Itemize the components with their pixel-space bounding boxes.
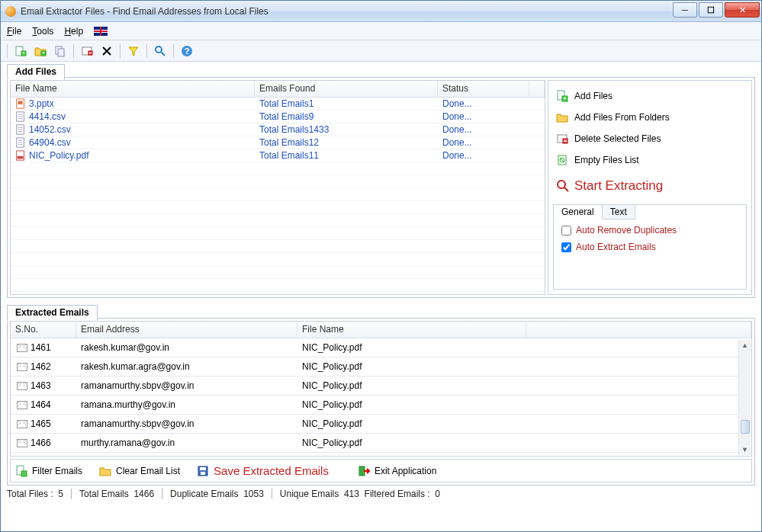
- add-from-folders-button[interactable]: Add Files From Folders: [553, 107, 747, 128]
- col-filename[interactable]: File Name: [11, 81, 255, 97]
- email-sno-cell: 1462: [31, 361, 51, 372]
- svg-rect-11: [18, 101, 23, 104]
- toolbar-clear-icon[interactable]: [98, 43, 115, 59]
- toolbar-copy-icon[interactable]: [52, 43, 69, 59]
- status-unique-emails: Unique Emails 413 Filtered Emails : 0: [280, 489, 440, 499]
- toolbar-delete-icon[interactable]: [79, 43, 95, 59]
- col-blank: [529, 81, 545, 97]
- files-row-empty: [11, 227, 545, 240]
- email-row[interactable]: 1463ramanamurthy.sbpv@gov.inNIC_Policy.p…: [11, 377, 751, 396]
- menu-file[interactable]: File: [7, 26, 21, 37]
- email-row[interactable]: 1465ramanamurthy.sbpv@gov.inNIC_Policy.p…: [11, 415, 751, 434]
- filter-emails-button[interactable]: Filter Emails: [12, 463, 85, 479]
- file-type-icon: [15, 124, 26, 135]
- col-sno[interactable]: S.No.: [11, 322, 76, 338]
- tab-general[interactable]: General: [553, 204, 603, 220]
- email-sno-cell: 1464: [31, 399, 51, 410]
- email-row[interactable]: 1461rakesh.kumar@gov.inNIC_Policy.pdf: [11, 338, 751, 357]
- clear-email-list-button[interactable]: Clear Email List: [96, 463, 183, 479]
- close-button[interactable]: ✕: [725, 2, 760, 18]
- menubar: File Tools Help: [1, 22, 761, 40]
- svg-point-23: [558, 181, 565, 188]
- file-name-cell: 3.pptx: [29, 98, 54, 109]
- email-sno-cell: 1466: [31, 437, 51, 448]
- auto-remove-duplicates-checkbox[interactable]: [561, 226, 571, 236]
- svg-point-7: [156, 46, 162, 53]
- toolbar-search-icon[interactable]: [152, 43, 169, 59]
- mail-icon: [17, 439, 27, 447]
- add-files-label: Add Files: [574, 91, 612, 101]
- svg-rect-29: [359, 466, 365, 476]
- mail-icon: [17, 344, 27, 352]
- save-icon: [197, 465, 209, 477]
- svg-rect-27: [200, 467, 206, 470]
- maximize-button[interactable]: ☐: [699, 2, 723, 18]
- bottom-buttons: Filter Emails Clear Email List Save Extr…: [10, 459, 752, 482]
- files-row[interactable]: 4414.csvTotal Emails9Done...: [11, 111, 545, 123]
- email-row[interactable]: 1466murthy.ramana@gov.inNIC_Policy.pdf: [11, 434, 751, 453]
- file-type-icon: [15, 111, 26, 122]
- exit-app-button[interactable]: Exit Application: [355, 463, 439, 479]
- svg-rect-16: [18, 156, 24, 159]
- scrollbar[interactable]: ▲ ▼: [738, 340, 751, 455]
- col-email[interactable]: Email Address: [76, 322, 297, 338]
- add-file-icon: [556, 90, 568, 102]
- save-extracted-button[interactable]: Save Extracted Emails: [194, 463, 332, 479]
- start-extracting-button[interactable]: Start Extracting: [553, 175, 747, 197]
- minimize-button[interactable]: ─: [673, 2, 697, 18]
- menu-tools[interactable]: Tools: [32, 26, 53, 37]
- files-row[interactable]: 64904.csvTotal Emails12Done...: [11, 136, 545, 149]
- scroll-up-icon[interactable]: ▲: [740, 340, 750, 351]
- file-status-cell: Done...: [438, 98, 545, 109]
- email-sno-cell: 1463: [31, 380, 51, 391]
- file-status-cell: Done...: [438, 150, 545, 161]
- col-filename2[interactable]: File Name: [297, 322, 526, 338]
- scroll-down-icon[interactable]: ▼: [740, 444, 750, 455]
- titlebar: Email Extractor Files - Find Email Addre…: [1, 1, 761, 22]
- empty-list-button[interactable]: Empty Files List: [553, 149, 747, 171]
- auto-remove-duplicates-row[interactable]: Auto Remove Duplicates: [554, 222, 746, 239]
- auto-extract-emails-row[interactable]: Auto Extract Emails: [554, 239, 746, 255]
- statusbar: Total Files : 5 Total Emails 1466 Duplic…: [1, 486, 761, 502]
- tab-text[interactable]: Text: [602, 204, 635, 220]
- menu-help[interactable]: Help: [64, 26, 83, 37]
- email-row[interactable]: 1462rakesh.kumar.agra@gov.inNIC_Policy.p…: [11, 357, 751, 377]
- files-row-empty: [11, 214, 545, 227]
- files-table-header: File Name Emails Found Status: [11, 81, 545, 98]
- exit-icon: [358, 465, 370, 477]
- search-icon: [556, 179, 570, 193]
- add-files-button[interactable]: Add Files: [553, 85, 747, 107]
- file-type-icon: [15, 98, 26, 109]
- auto-extract-emails-checkbox[interactable]: [561, 242, 571, 252]
- file-emails-cell: Total Emails9: [255, 111, 438, 122]
- email-address-cell: rakesh.kumar.agra@gov.in: [76, 361, 297, 372]
- delete-icon: [556, 133, 568, 145]
- file-emails-cell: Total Emails12: [255, 137, 438, 148]
- col-status[interactable]: Status: [438, 81, 529, 97]
- files-table: File Name Emails Found Status 3.pptxTota…: [10, 80, 545, 295]
- email-row[interactable]: 1464ramana.murthy@gov.inNIC_Policy.pdf: [11, 396, 751, 415]
- language-flag-icon[interactable]: [94, 27, 108, 36]
- side-panel: Add Files Add Files From Folders Delete …: [548, 80, 752, 295]
- toolbar-add-file-icon[interactable]: [12, 43, 29, 59]
- email-address-cell: rakesh.kumar@gov.in: [76, 342, 297, 353]
- delete-selected-button[interactable]: Delete Selected Files: [553, 128, 747, 149]
- scroll-thumb[interactable]: [741, 420, 750, 434]
- window-title: Email Extractor Files - Find Email Addre…: [21, 6, 268, 17]
- extracted-emails-frame: Extracted Emails S.No. Email Address Fil…: [7, 318, 755, 486]
- extracted-emails-tab: Extracted Emails: [7, 305, 98, 321]
- email-file-cell: NIC_Policy.pdf: [297, 361, 526, 372]
- toolbar-help-icon[interactable]: ?: [178, 43, 195, 59]
- toolbar-add-folder-icon[interactable]: [32, 43, 49, 59]
- files-row[interactable]: 3.pptxTotal Emails1Done...: [11, 98, 545, 111]
- email-sno-cell: 1465: [31, 418, 51, 429]
- col-emails-found[interactable]: Emails Found: [255, 81, 438, 97]
- toolbar-filter-icon[interactable]: [125, 43, 142, 59]
- start-extracting-label: Start Extracting: [574, 178, 663, 194]
- file-emails-cell: Total Emails11: [255, 150, 438, 161]
- folder-icon: [556, 111, 568, 123]
- files-row[interactable]: NIC_Policy.pdfTotal Emails11Done...: [11, 149, 545, 162]
- files-row-empty: [11, 162, 545, 175]
- files-row[interactable]: 14052.csvTotal Emails1433Done...: [11, 123, 545, 136]
- files-row-empty: [11, 201, 545, 214]
